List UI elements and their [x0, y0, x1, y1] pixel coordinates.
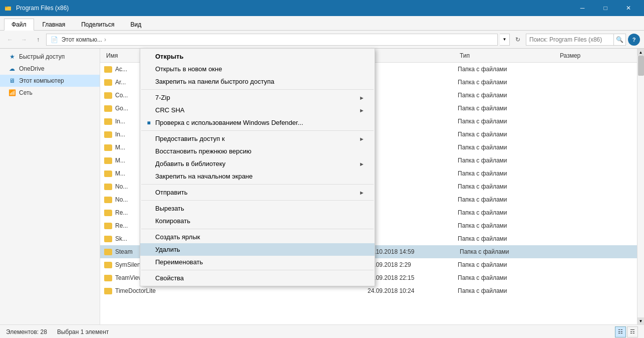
- star-icon: ★: [8, 53, 16, 61]
- col-header-type[interactable]: Тип: [458, 50, 558, 61]
- ctx-crc[interactable]: CRC SHA ►: [140, 104, 375, 116]
- ctx-7zip[interactable]: 7-Zip ►: [140, 91, 375, 104]
- ctx-send-arrow: ►: [359, 190, 365, 196]
- up-button[interactable]: ↑: [32, 34, 44, 46]
- ctx-properties-label: Свойства: [155, 274, 184, 282]
- sidebar-label-quickaccess: Быстрый доступ: [19, 53, 65, 60]
- ctx-add-library-arrow: ►: [359, 161, 365, 167]
- ctx-rename-label: Переименовать: [155, 258, 203, 266]
- ctx-divider-4: [141, 200, 374, 201]
- steam-date: 07.10.2018 14:59: [368, 248, 458, 255]
- ctx-share[interactable]: Предоставить доступ к ►: [140, 132, 375, 145]
- ctx-delete-label: Удалить: [155, 246, 180, 253]
- ctx-divider-1: [141, 89, 374, 90]
- tab-home[interactable]: Главная: [35, 19, 73, 30]
- selected-count: Выбран 1 элемент: [57, 328, 109, 335]
- ctx-pin-start[interactable]: Закрепить на начальном экране: [140, 170, 375, 183]
- ctx-pin-quick[interactable]: Закрепить на панели быстрого доступа: [140, 75, 375, 88]
- scrollbar[interactable]: ▲ ▼: [637, 49, 644, 324]
- tab-share[interactable]: Поделиться: [74, 19, 122, 30]
- ctx-add-library-label: Добавить в библиотеку: [155, 160, 225, 167]
- ctx-defender[interactable]: ■ Проверка с использованием Windows Defe…: [140, 116, 375, 129]
- ctx-shortcut-label: Создать ярлык: [155, 233, 200, 241]
- ctx-copy-label: Копировать: [155, 217, 190, 225]
- ctx-open-new[interactable]: Открыть в новом окне: [140, 63, 375, 75]
- sidebar-item-onedrive[interactable]: ☁ OneDrive: [0, 63, 100, 75]
- folder-icon: [104, 275, 112, 281]
- close-button[interactable]: ✕: [617, 0, 640, 16]
- ctx-send[interactable]: Отправить ►: [140, 186, 375, 199]
- ctx-restore[interactable]: Восстановить прежнюю версию: [140, 145, 375, 157]
- tab-view[interactable]: Вид: [123, 19, 149, 30]
- ctx-rename[interactable]: Переименовать: [140, 256, 375, 268]
- search-icon[interactable]: 🔍: [613, 34, 625, 45]
- tab-file[interactable]: Файл: [4, 19, 34, 31]
- ctx-divider-3: [141, 184, 374, 185]
- ctx-cut[interactable]: Вырезать: [140, 202, 375, 215]
- search-box: 🔍: [526, 34, 626, 46]
- cloud-icon: ☁: [8, 65, 16, 73]
- search-input[interactable]: [526, 36, 613, 43]
- computer-icon: 🖥: [8, 77, 16, 85]
- ctx-share-arrow: ►: [359, 136, 365, 142]
- scroll-up-button[interactable]: ▲: [637, 49, 645, 56]
- help-button[interactable]: ?: [628, 34, 640, 46]
- ctx-divider-5: [141, 229, 374, 229]
- ribbon-tabs: Файл Главная Поделиться Вид: [0, 16, 644, 30]
- ctx-copy[interactable]: Копировать: [140, 215, 375, 227]
- minimize-button[interactable]: ─: [571, 0, 594, 16]
- folder-icon-titlebar: [4, 4, 12, 12]
- ctx-delete[interactable]: Удалить: [140, 243, 375, 256]
- address-dropdown-button[interactable]: ▼: [500, 34, 510, 46]
- view-controls: ☷ ☶: [615, 326, 638, 337]
- item-count: Элементов: 28: [6, 328, 47, 335]
- refresh-button[interactable]: ↻: [512, 34, 524, 46]
- address-path[interactable]: 📄 Этот компью... ›: [46, 34, 498, 46]
- folder-icon: [104, 236, 112, 242]
- ctx-crc-arrow: ►: [359, 107, 365, 113]
- sidebar-label-network: Сеть: [19, 89, 33, 96]
- window-title: Program Files (x86): [16, 5, 571, 12]
- col-header-date[interactable]: [368, 54, 458, 58]
- sidebar-item-quickaccess[interactable]: ★ Быстрый доступ: [0, 51, 100, 63]
- context-menu: Открыть Открыть в новом окне Закрепить н…: [140, 48, 375, 286]
- view-details-button[interactable]: ☷: [615, 326, 626, 337]
- ctx-pin-quick-label: Закрепить на панели быстрого доступа: [155, 78, 274, 85]
- scroll-track[interactable]: [637, 56, 644, 317]
- sidebar: ★ Быстрый доступ ☁ OneDrive 🖥 Этот компь…: [0, 49, 100, 324]
- folder-icon: [104, 249, 112, 255]
- folder-icon: [104, 157, 112, 164]
- folder-icon: [104, 223, 112, 229]
- ctx-share-label: Предоставить доступ к: [155, 135, 225, 142]
- ctx-open-new-label: Открыть в новом окне: [155, 65, 222, 73]
- ctx-crc-label: CRC SHA: [155, 106, 185, 114]
- col-header-size[interactable]: Размер: [558, 50, 633, 61]
- breadcrumb-sep: ›: [104, 36, 106, 43]
- svg-rect-1: [5, 7, 8, 8]
- view-tiles-button[interactable]: ☶: [627, 326, 638, 337]
- ctx-open-label: Открыть: [155, 53, 183, 60]
- scroll-down-button[interactable]: ▼: [637, 317, 645, 324]
- ctx-add-library[interactable]: Добавить в библиотеку ►: [140, 157, 375, 170]
- ctx-properties[interactable]: Свойства: [140, 272, 375, 284]
- folder-icon: [104, 210, 112, 216]
- ctx-restore-label: Восстановить прежнюю версию: [155, 147, 251, 155]
- folder-icon: [104, 79, 112, 86]
- ctx-7zip-label: 7-Zip: [155, 94, 170, 101]
- ctx-cut-label: Вырезать: [155, 205, 184, 212]
- ctx-open[interactable]: Открыть: [140, 50, 375, 63]
- scroll-thumb[interactable]: [638, 56, 644, 76]
- forward-button[interactable]: →: [18, 34, 30, 46]
- title-bar-icons: [4, 4, 12, 12]
- ctx-shortcut[interactable]: Создать ярлык: [140, 231, 375, 243]
- back-button[interactable]: ←: [4, 34, 16, 46]
- maximize-button[interactable]: □: [594, 0, 617, 16]
- folder-icon: [104, 118, 112, 125]
- sidebar-item-network[interactable]: 📶 Сеть: [0, 87, 100, 99]
- folder-icon: [104, 144, 112, 151]
- folder-icon: [104, 197, 112, 203]
- sidebar-label-thispc: Этот компьютер: [19, 77, 64, 84]
- sidebar-item-thispc[interactable]: 🖥 Этот компьютер: [0, 75, 100, 87]
- shield-icon: ■: [144, 119, 153, 126]
- status-bar: Элементов: 28 Выбран 1 элемент ☷ ☶: [0, 324, 644, 338]
